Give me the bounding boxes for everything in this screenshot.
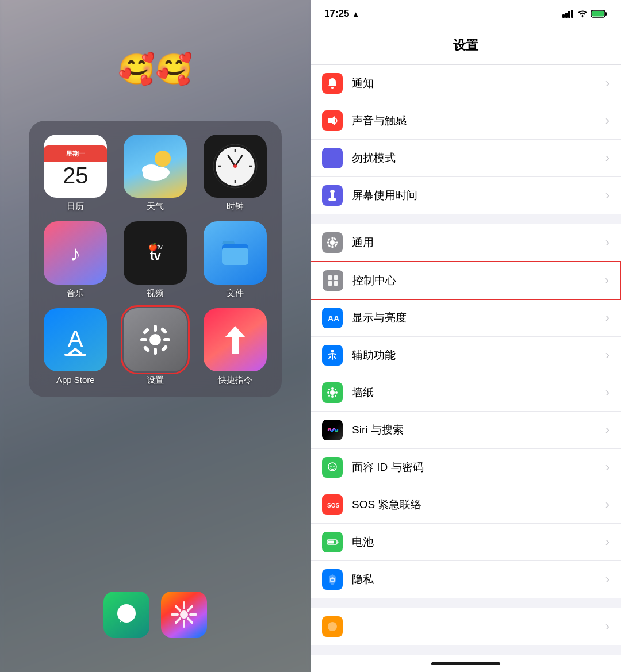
svg-text:tv: tv	[150, 248, 162, 263]
svg-line-37	[176, 606, 180, 610]
settings-row-dnd[interactable]: 勿扰模式	[310, 140, 621, 177]
siri-label: Siri 与搜索	[352, 423, 605, 437]
svg-rect-55	[332, 245, 334, 248]
appstore-icon[interactable]: A	[44, 308, 107, 371]
settings-row-battery[interactable]: 电池	[310, 524, 621, 561]
settings-row-sounds[interactable]: 声音与触感	[310, 102, 621, 140]
screentime-chevron	[605, 188, 610, 203]
app-item-tv[interactable]: 🍎tv tv 视频	[120, 221, 191, 299]
svg-rect-28	[161, 345, 168, 352]
controlcenter-icon	[323, 270, 343, 291]
svg-point-32	[180, 610, 188, 619]
files-icon[interactable]	[204, 221, 267, 285]
svg-rect-61	[328, 244, 331, 248]
siri-icon	[322, 420, 343, 440]
battery-icon	[322, 532, 343, 552]
svg-rect-65	[334, 281, 338, 286]
settings-row-privacy[interactable]: 隐私	[310, 561, 621, 598]
settings-group-3	[310, 608, 621, 645]
dock-messages-icon[interactable]	[103, 592, 150, 638]
calendar-date: 25	[63, 162, 89, 187]
settings-row-faceid[interactable]: 面容 ID 与密码	[310, 449, 621, 486]
svg-marker-49	[328, 116, 335, 125]
dnd-chevron	[605, 151, 610, 166]
settings-row-general[interactable]: 通用	[310, 224, 621, 262]
svg-rect-82	[338, 542, 339, 543]
svg-rect-63	[334, 275, 338, 280]
status-icons	[562, 10, 607, 18]
siri-chevron	[605, 423, 610, 437]
svg-rect-26	[163, 338, 170, 341]
settings-row-display[interactable]: AA 显示与亮度	[310, 299, 621, 337]
shortcuts-icon[interactable]	[204, 308, 267, 371]
svg-point-31	[117, 604, 136, 623]
svg-rect-27	[143, 328, 150, 335]
svg-rect-24	[154, 348, 157, 355]
settings-row-controlcenter[interactable]: 控制中心	[310, 261, 621, 300]
general-chevron	[605, 235, 610, 250]
screentime-icon	[322, 185, 343, 206]
settings-icon[interactable]	[124, 308, 187, 371]
controlcenter-label: 控制中心	[352, 273, 605, 288]
home-screen: 🥰🥰 星期一 25 日历	[0, 0, 310, 672]
notifications-chevron	[605, 76, 610, 91]
app-item-settings[interactable]: 设置	[120, 308, 191, 386]
settings-row-screentime[interactable]: 屏幕使用时间	[310, 177, 621, 214]
files-svg	[215, 233, 255, 273]
battery-status-icon	[591, 10, 607, 18]
app-item-clock[interactable]: 时钟	[200, 135, 270, 212]
dnd-icon	[322, 148, 343, 168]
settings-svg	[137, 321, 174, 358]
app-item-music[interactable]: ♪ 音乐	[40, 221, 111, 299]
svg-rect-25	[140, 338, 147, 341]
svg-rect-44	[571, 10, 573, 18]
app-item-appstore[interactable]: A App Store	[40, 308, 111, 386]
music-svg: ♪	[58, 236, 93, 270]
tv-icon[interactable]: 🍎tv tv	[124, 221, 187, 285]
app-item-weather[interactable]: 天气	[120, 135, 191, 212]
app-item-shortcuts[interactable]: 快捷指令	[200, 308, 270, 386]
weather-svg	[135, 146, 175, 186]
app-grid: 星期一 25 日历 天气	[40, 135, 270, 386]
app-item-calendar[interactable]: 星期一 25 日历	[40, 135, 111, 212]
svg-rect-30	[160, 327, 168, 335]
faceid-chevron	[605, 460, 610, 475]
clock-svg	[212, 143, 258, 189]
accessibility-chevron	[605, 348, 610, 363]
svg-point-74	[335, 395, 336, 397]
calendar-icon[interactable]: 星期一 25	[44, 135, 107, 198]
sounds-label: 声音与触感	[352, 113, 605, 128]
settings-row-accessibility[interactable]: 辅助功能	[310, 337, 621, 374]
sounds-chevron	[605, 113, 610, 128]
settings-row-wallpaper[interactable]: 墙纸	[310, 374, 621, 412]
settings-group-1: 通知 声音与触感 勿扰模式 屏幕使	[310, 65, 621, 214]
wifi-icon	[577, 10, 588, 18]
settings-row-notifications[interactable]: 通知	[310, 65, 621, 102]
svg-rect-23	[154, 325, 157, 332]
shortcuts-svg	[217, 321, 254, 358]
screentime-label: 屏幕使用时间	[352, 188, 605, 203]
svg-point-72	[335, 391, 338, 394]
settings-row-siri[interactable]: Siri 与搜索	[310, 412, 621, 449]
clock-label: 时钟	[227, 201, 244, 212]
svg-point-70	[331, 395, 334, 398]
settings-row-sos[interactable]: SOS SOS 紧急联络	[310, 486, 621, 524]
music-icon[interactable]: ♪	[44, 221, 107, 285]
svg-point-84	[328, 622, 337, 631]
clock-icon[interactable]	[204, 135, 267, 198]
svg-rect-42	[565, 13, 568, 18]
svg-rect-47	[592, 11, 604, 17]
svg-line-39	[188, 606, 192, 610]
settings-row-more[interactable]	[310, 608, 621, 645]
general-icon	[322, 232, 343, 253]
dock-photos-icon[interactable]	[161, 592, 207, 638]
svg-point-78	[330, 466, 331, 467]
svg-rect-43	[568, 11, 570, 18]
svg-rect-29	[143, 345, 151, 353]
general-label: 通用	[352, 235, 605, 250]
notifications-icon	[322, 73, 343, 94]
svg-rect-46	[605, 12, 607, 16]
weather-icon[interactable]	[124, 135, 187, 198]
app-item-files[interactable]: 文件	[200, 221, 270, 299]
svg-point-73	[328, 389, 330, 390]
